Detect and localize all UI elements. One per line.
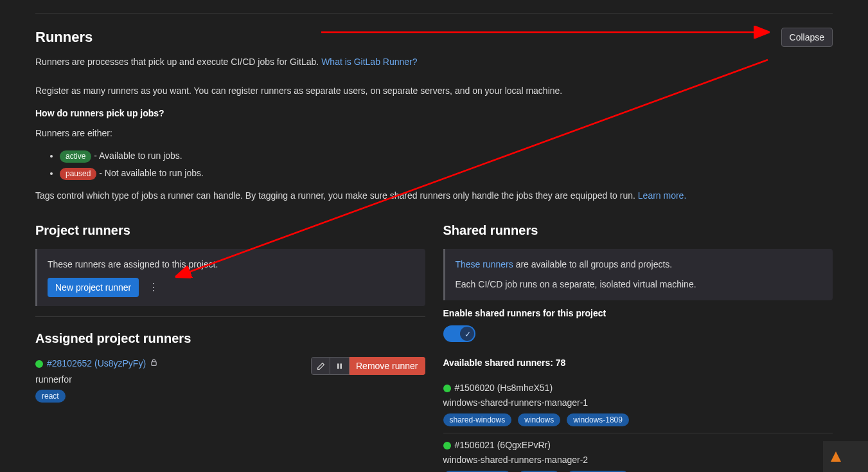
shared-runner-item: #1506020 (Hs8mheX51) windows-shared-runn… [443, 376, 833, 433]
active-badge: active [60, 150, 91, 163]
project-runners-column: Project runners These runners are assign… [35, 221, 425, 472]
status-dot-icon [443, 385, 451, 392]
learn-more-link[interactable]: Learn more. [638, 190, 686, 201]
svg-rect-0 [152, 361, 156, 365]
svg-rect-2 [341, 363, 342, 368]
pause-runner-button[interactable] [330, 357, 350, 375]
shared-runners-column: Shared runners These runners are availab… [443, 221, 833, 472]
shared-runners-panel: These runners are available to all group… [443, 249, 833, 300]
mid-divider [35, 316, 425, 317]
status-item-paused: paused - Not available to run jobs. [60, 167, 833, 180]
what-is-runner-link[interactable]: What is GitLab Runner? [321, 57, 417, 67]
runner-tag: windows [518, 413, 560, 426]
shared-panel-line1: These runners are available to all group… [456, 258, 823, 271]
shared-runner-tags: shared-windows windows windows-1809 [443, 413, 833, 426]
tags-text: Tags control which type of jobs a runner… [35, 190, 638, 201]
vlc-icon[interactable] [831, 451, 841, 462]
svg-rect-1 [337, 363, 339, 368]
available-shared-label: Available shared runners: 78 [443, 356, 833, 370]
check-icon: ✓ [465, 329, 471, 340]
runner-tag: shared-windows [443, 413, 512, 426]
panel-project-desc: These runners are assigned to this proje… [48, 258, 415, 271]
assigned-runners-title: Assigned project runners [35, 329, 425, 348]
enable-shared-label: Enable shared runners for this project [443, 307, 833, 320]
runner-action-group: Remove runner [311, 357, 425, 375]
shared-runner-item: #1506021 (6QgxEPvRr) windows-shared-runn… [443, 433, 833, 472]
project-runners-panel: These runners are assigned to this proje… [35, 249, 425, 306]
kebab-menu-icon[interactable]: ⋮ [144, 278, 163, 297]
status-dot-icon [443, 442, 451, 449]
how-question: How do runners pick up jobs? [35, 107, 833, 120]
either-text: Runners are either: [35, 127, 833, 140]
project-runners-title: Project runners [35, 221, 425, 240]
lock-icon [150, 358, 158, 370]
intro-text: Runners are processes that pick up and e… [35, 57, 321, 67]
available-count: 78 [556, 358, 566, 368]
top-divider [35, 13, 833, 14]
intro-line: Runners are processes that pick up and e… [35, 55, 833, 69]
shared-panel-rest: are available to all groups and projects… [516, 259, 673, 269]
new-project-runner-button[interactable]: New project runner [48, 278, 139, 297]
assigned-runner-link[interactable]: #28102652 (Us8yzPyFy) [47, 357, 146, 370]
active-desc: - Available to run jobs. [94, 150, 182, 161]
collapse-button[interactable]: Collapse [781, 28, 833, 47]
register-desc: Register as many runners as you want. Yo… [35, 84, 833, 98]
status-item-active: active - Available to run jobs. [60, 149, 833, 163]
assigned-runner-desc: runnerfor [35, 373, 158, 386]
enable-shared-toggle[interactable]: ✓ [443, 325, 475, 342]
shared-runner-id: #1506021 (6QgxEPvRr) [455, 439, 551, 452]
runner-tag: react [35, 390, 66, 403]
shared-runner-name: windows-shared-runners-manager-2 [443, 453, 833, 467]
status-list: active - Available to run jobs. paused -… [35, 149, 833, 180]
paused-desc: - Not available to run jobs. [99, 168, 204, 178]
assigned-runner-row: #28102652 (Us8yzPyFy) runnerfor react Re… [35, 357, 425, 403]
runners-title: Runners [35, 26, 93, 48]
taskbar-fragment [823, 441, 868, 472]
shared-runner-id: #1506020 (Hs8mheX51) [455, 381, 553, 395]
these-runners-link[interactable]: These runners [456, 259, 513, 269]
section-header: Runners Collapse [35, 26, 833, 48]
edit-runner-button[interactable] [311, 357, 330, 375]
tags-note: Tags control which type of jobs a runner… [35, 189, 833, 203]
shared-runners-title: Shared runners [443, 221, 833, 240]
paused-badge: paused [60, 168, 96, 180]
shared-panel-line2: Each CI/CD job runs on a separate, isola… [456, 278, 823, 291]
remove-runner-button[interactable]: Remove runner [350, 357, 425, 375]
status-dot-icon [35, 360, 43, 368]
runner-tag: windows-1809 [567, 413, 629, 426]
shared-runner-name: windows-shared-runners-manager-1 [443, 396, 833, 410]
available-prefix: Available shared runners: [443, 358, 556, 368]
